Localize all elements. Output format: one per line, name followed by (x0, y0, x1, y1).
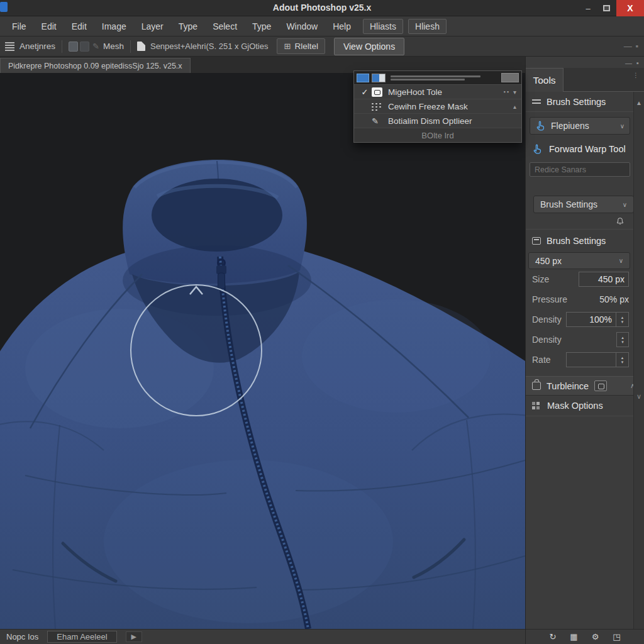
tools-tab[interactable]: Tools (526, 68, 564, 92)
menu-item-migehoot-tole[interactable]: ✓ MigeHoot Tole ▪▪ ▾ (354, 85, 521, 99)
rate-stepper[interactable]: ▴ ▾ (616, 352, 629, 367)
stepper-up-icon: ▴ (621, 315, 624, 319)
section-title: Brush Settings (547, 97, 606, 107)
scroll-up-icon[interactable]: ▲ (634, 99, 644, 106)
menu-item-freeze-mask[interactable]: Cewihn Freeze Mask ▴ (354, 99, 521, 114)
turbulence-section[interactable]: Turbleince ∧ (526, 376, 644, 396)
section-menu-icon (532, 98, 541, 106)
brush-size-select[interactable]: 450 px ∨ (528, 252, 630, 269)
play-button[interactable]: ▶ (126, 631, 142, 642)
pressure-label: Pressure (532, 294, 567, 304)
rate-input[interactable] (566, 352, 616, 367)
active-tool-label: Forward Warp Tool (549, 144, 626, 154)
rate-row: Rate ▴ ▾ (526, 350, 644, 370)
chevron-down-icon: ∨ (619, 257, 623, 264)
menu-item-label: Cewihn Freeze Mask (388, 102, 468, 111)
layers-thumb-icon[interactable] (69, 42, 78, 52)
minimize-button[interactable]: – (580, 0, 596, 16)
panel-collapse-icon[interactable]: — ▪ (625, 59, 640, 67)
stepper-up-icon: ▴ (621, 355, 624, 360)
panel-body: Brush Settings Flepiuens ∨ Forward Warp … (526, 92, 644, 629)
grid-icon: ⊞ (284, 42, 291, 51)
menu-layer[interactable]: Layer (135, 19, 170, 34)
menu-edit-2[interactable]: Edit (65, 19, 94, 34)
title-bar: Adout Photoshop v25.x – X (0, 0, 644, 16)
density-label: Density (532, 314, 562, 325)
menu-type[interactable]: Type (172, 19, 204, 34)
menu-edit[interactable]: Edit (35, 19, 64, 34)
pen-icon[interactable]: ✎ (92, 42, 99, 51)
tool-preset-select[interactable]: Flepiuens ∨ (530, 117, 630, 135)
menu-hliesh[interactable]: Hliesh (408, 19, 447, 34)
presets-menu-icon[interactable] (5, 41, 14, 52)
zipper-pull (218, 273, 225, 289)
status-button[interactable]: Eham Aeeleel (47, 631, 116, 643)
menu-type-2[interactable]: Type (245, 19, 278, 34)
density-stepper[interactable]: ▴ ▾ (616, 312, 629, 327)
mask-options-label: Mask Options (547, 401, 603, 411)
layers-thumb-icon-2[interactable] (80, 42, 89, 52)
grid-view-icon[interactable]: ▦ (570, 632, 577, 641)
grid-toggle-button[interactable]: ⊞ Rleltel (277, 38, 325, 54)
warp-hand-icon (535, 120, 547, 131)
mask-options-icon (532, 402, 541, 410)
size-row: Size (526, 269, 644, 289)
menu-item-label: Botialim Dism Optlieer (388, 116, 472, 126)
menu-file[interactable]: File (5, 19, 33, 34)
active-tool-row[interactable]: Forward Warp Tool (526, 140, 644, 158)
density-input[interactable] (566, 312, 616, 327)
workspace-switcher-icon[interactable]: — ▪ (624, 42, 639, 51)
brush-settings-header[interactable]: Brush Settings (526, 92, 644, 112)
status-left-label: Nopc Ios (6, 632, 38, 641)
menu-item-bolte-ird[interactable]: BOlte Ird (354, 128, 521, 142)
preview-thumbnail-icon-2 (372, 74, 386, 82)
menu-select[interactable]: Select (206, 19, 244, 34)
brush-settings-select[interactable]: Brush Settings ∨ (533, 196, 634, 213)
marks-icon: ▪▪ (504, 89, 510, 95)
density2-stepper[interactable]: ▴ ▾ (616, 332, 629, 347)
preview-text-block (388, 75, 499, 80)
stepper-down-icon: ▾ (621, 319, 624, 324)
menu-window[interactable]: Window (279, 19, 325, 34)
menu-item-label: BOlte Ird (421, 131, 453, 140)
export-icon[interactable]: ◳ (613, 632, 620, 641)
panel-menu-icon[interactable]: ⋮ (633, 72, 639, 79)
turbulence-badge-icon[interactable] (594, 380, 607, 391)
tool-search-input[interactable] (530, 162, 630, 177)
scroll-down-icon[interactable]: ∨ (634, 392, 644, 401)
brush-size-select-value: 450 px (535, 256, 562, 266)
bell-icon[interactable] (615, 216, 625, 226)
menu-image[interactable]: Image (95, 19, 133, 34)
chevron-down-icon: ▾ (513, 89, 518, 96)
refresh-icon[interactable]: ↻ (549, 632, 556, 641)
canvas-artwork (0, 73, 525, 629)
triangle-up-icon: ▴ (513, 103, 518, 110)
presets-label[interactable]: Anetjnres (19, 42, 55, 51)
brush-icon: ✎ (372, 116, 382, 126)
divider (62, 40, 62, 53)
gear-icon[interactable]: ⚙ (592, 632, 599, 641)
size-label: Size (532, 274, 549, 284)
brush-settings-section-header: Brush Settings (526, 231, 644, 251)
liquify-canvas[interactable] (0, 73, 525, 629)
menu-item-label: MigeHoot Tole (388, 87, 442, 97)
menu-hliasts[interactable]: Hliasts (363, 19, 403, 34)
turbulence-label: Turbleince (547, 381, 589, 391)
mesh-label[interactable]: Mesh (103, 42, 124, 51)
forward-warp-icon (532, 143, 543, 155)
options-bar: Anetjnres ✎ Mesh Senpest+Alehri(S. 251 x… (0, 36, 644, 57)
panel-scrollbar[interactable]: ▲ ∨ (633, 92, 644, 629)
size-input[interactable] (579, 272, 629, 287)
maximize-button[interactable] (597, 0, 615, 16)
stepper-down-icon: ▾ (621, 360, 624, 364)
view-options-button[interactable]: View Options (334, 38, 404, 55)
close-button[interactable]: X (616, 0, 644, 16)
menu-item-dism-optlieer[interactable]: ✎ Botialim Dism Optlieer (354, 114, 521, 128)
document-tab[interactable]: Pidkrepre Photoshop 0.09 epitedissSjo 12… (0, 58, 191, 73)
menu-help[interactable]: Help (326, 19, 358, 34)
divider (130, 40, 131, 53)
mask-options-section[interactable]: Mask Options (526, 396, 644, 416)
status-bar: Nopc Ios Eham Aeeleel ▶ (0, 629, 525, 644)
window-title: Adout Photoshop v25.x (0, 3, 644, 13)
tool-preset-value: Flepiuens (551, 121, 589, 131)
